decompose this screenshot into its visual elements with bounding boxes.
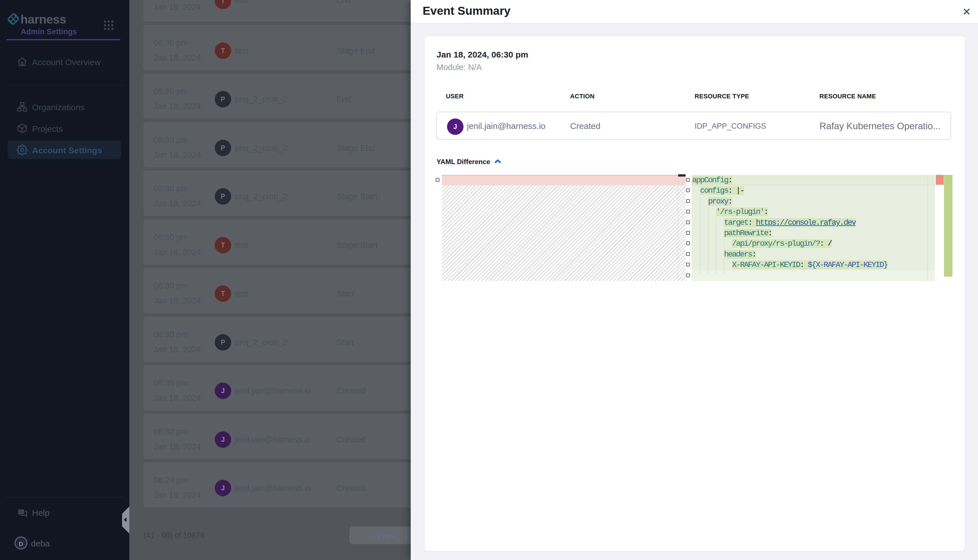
svg-text:?: ? [20,509,22,513]
